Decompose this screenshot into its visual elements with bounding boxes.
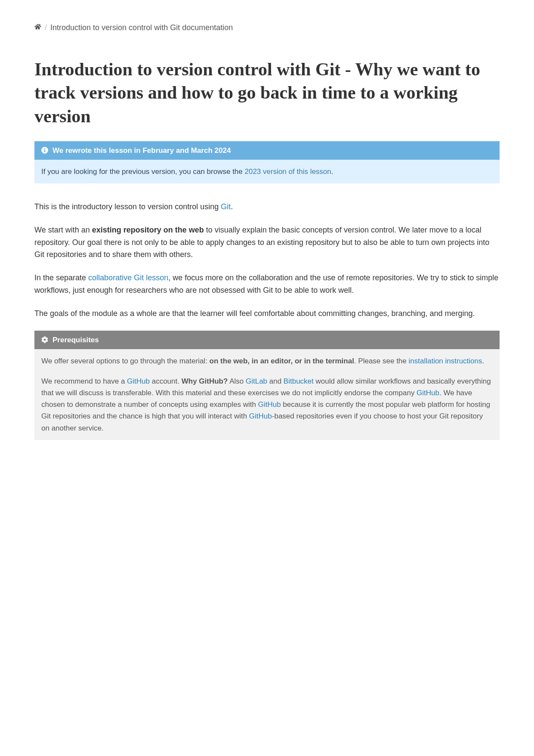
note-body: If you are looking for the previous vers… xyxy=(34,160,500,183)
github-link-3[interactable]: GitHub xyxy=(258,400,281,409)
github-link[interactable]: GitHub xyxy=(127,377,150,385)
note-previous-version-link[interactable]: 2023 version of this lesson xyxy=(244,167,331,176)
bold-text: on the web, in an editor, or in the term… xyxy=(210,357,354,365)
install-link[interactable]: installation instructions xyxy=(409,357,482,365)
intro-paragraph-2: We start with an existing repository on … xyxy=(34,224,500,261)
intro-paragraph-3: In the separate collaborative Git lesson… xyxy=(34,272,500,297)
prereq-body: We offer several options to go through t… xyxy=(34,349,500,440)
git-link[interactable]: Git xyxy=(221,202,231,211)
page-title: Introduction to version control with Git… xyxy=(34,58,500,128)
prereq-admonition: Prerequisites We offer several options t… xyxy=(34,331,500,440)
text: In the separate xyxy=(34,273,88,282)
note-admonition: We rewrote this lesson in February and M… xyxy=(34,141,500,183)
github-link-2[interactable]: GitHub xyxy=(417,389,439,397)
text: This is the introductory lesson to versi… xyxy=(34,202,221,211)
github-link-4[interactable]: GitHub xyxy=(249,412,272,420)
note-title-bar: We rewrote this lesson in February and M… xyxy=(34,141,500,160)
intro-paragraph-4: The goals of the module as a whole are t… xyxy=(34,307,500,320)
note-text-end: . xyxy=(331,167,333,176)
note-title-text: We rewrote this lesson in February and M… xyxy=(52,145,231,156)
prereq-paragraph-2: We recommend to have a GitHub account. W… xyxy=(41,375,493,434)
bold-text: existing repository on the web xyxy=(92,226,204,234)
text: We recommend to have a xyxy=(41,377,127,385)
text: We offer several options to go through t… xyxy=(41,357,210,365)
text: Also xyxy=(228,377,246,385)
gear-icon xyxy=(41,336,48,343)
intro-paragraph-1: This is the introductory lesson to versi… xyxy=(34,201,500,213)
prereq-title-text: Prerequisites xyxy=(52,334,99,346)
breadcrumb-separator: / xyxy=(45,22,47,34)
bold-text: Why GitHub? xyxy=(182,377,228,385)
prereq-paragraph-1: We offer several options to go through t… xyxy=(41,355,493,367)
collaborative-git-link[interactable]: collaborative Git lesson xyxy=(88,273,168,282)
bitbucket-link[interactable]: Bitbucket xyxy=(284,377,314,385)
text: and xyxy=(267,377,284,385)
text: . xyxy=(482,357,485,365)
text: . Please see the xyxy=(354,357,409,365)
breadcrumb-current: Introduction to version control with Git… xyxy=(50,22,233,34)
prereq-title-bar: Prerequisites xyxy=(34,331,500,349)
info-icon xyxy=(41,147,48,154)
text: account. xyxy=(150,377,182,385)
text: We start with an xyxy=(34,226,92,234)
note-text: If you are looking for the previous vers… xyxy=(41,167,244,176)
home-icon[interactable] xyxy=(34,22,41,34)
gitlab-link[interactable]: GitLab xyxy=(246,377,267,385)
text: . xyxy=(231,202,233,211)
breadcrumb: / Introduction to version control with G… xyxy=(34,22,500,34)
